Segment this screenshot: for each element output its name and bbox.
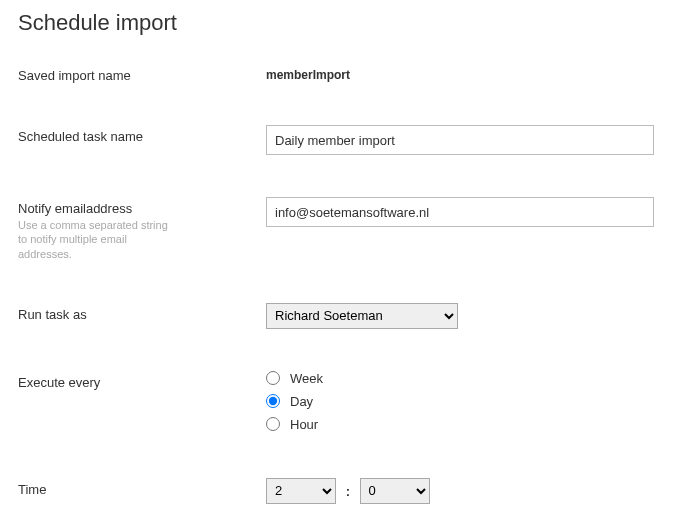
notify-email-input[interactable] (266, 197, 654, 227)
label-saved-import-name: Saved import name (18, 68, 266, 83)
row-time: Time 2 : 0 (18, 478, 663, 504)
radio-week-label: Week (290, 371, 323, 386)
time-minute-select[interactable]: 0 (360, 478, 430, 504)
label-scheduled-task-name: Scheduled task name (18, 129, 266, 144)
radio-hour-label: Hour (290, 417, 318, 432)
page-title: Schedule import (18, 10, 663, 36)
row-saved-import-name: Saved import name memberImport (18, 64, 663, 83)
value-saved-import-name: memberImport (266, 64, 350, 82)
time-separator: : (346, 484, 350, 499)
run-task-as-select[interactable]: Richard Soeteman (266, 303, 458, 329)
execute-every-option-day[interactable]: Day (266, 394, 663, 409)
label-execute-every: Execute every (18, 375, 266, 390)
time-hour-select[interactable]: 2 (266, 478, 336, 504)
radio-day[interactable] (266, 394, 280, 408)
help-notify-email: Use a comma separated string to notify m… (18, 218, 178, 261)
radio-hour[interactable] (266, 417, 280, 431)
label-notify-email: Notify emailaddress (18, 201, 266, 216)
label-run-task-as: Run task as (18, 307, 266, 322)
scheduled-task-name-input[interactable] (266, 125, 654, 155)
execute-every-option-week[interactable]: Week (266, 371, 663, 386)
execute-every-option-hour[interactable]: Hour (266, 417, 663, 432)
radio-week[interactable] (266, 371, 280, 385)
radio-day-label: Day (290, 394, 313, 409)
execute-every-radio-group: Week Day Hour (266, 371, 663, 432)
row-scheduled-task-name: Scheduled task name (18, 125, 663, 155)
row-execute-every: Execute every Week Day Hour (18, 371, 663, 440)
row-notify-email: Notify emailaddress Use a comma separate… (18, 197, 663, 261)
label-time: Time (18, 482, 266, 497)
row-run-task-as: Run task as Richard Soeteman (18, 303, 663, 329)
